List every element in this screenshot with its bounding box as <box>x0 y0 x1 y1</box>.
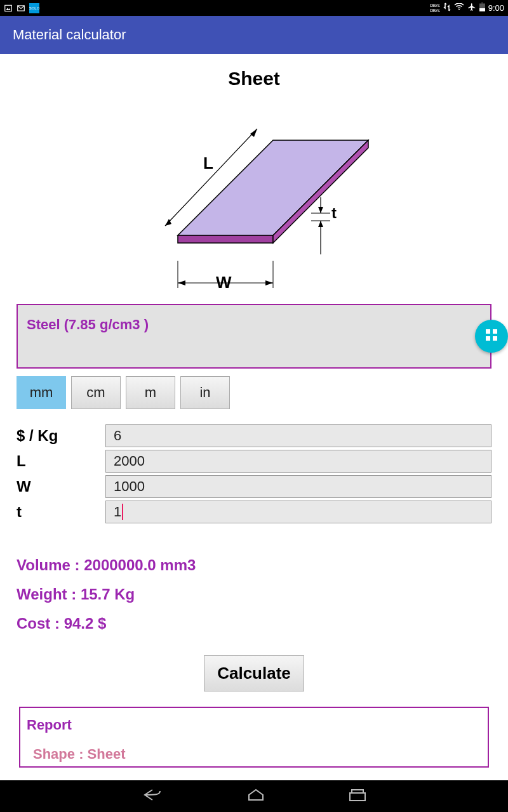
app-badge-icon: SOLO <box>29 3 39 13</box>
svg-rect-27 <box>486 329 490 334</box>
svg-rect-5 <box>481 3 483 4</box>
network-icon <box>443 3 451 13</box>
svg-marker-1 <box>6 8 11 10</box>
svg-text:L: L <box>203 154 213 173</box>
report-title: Report <box>27 717 481 733</box>
price-label: $ / Kg <box>17 427 105 445</box>
report-panel: Report Shape : Sheet <box>19 707 489 768</box>
back-icon[interactable] <box>141 787 164 805</box>
home-icon[interactable] <box>246 787 265 805</box>
svg-rect-30 <box>493 336 497 341</box>
mail-icon <box>17 4 25 13</box>
width-input[interactable] <box>105 475 491 498</box>
length-input[interactable] <box>105 450 491 473</box>
thickness-input[interactable]: 1 <box>105 501 491 523</box>
image-icon <box>4 4 13 13</box>
weight-result: Weight : 15.7 Kg <box>17 586 491 603</box>
app-bar: Material calculator <box>0 16 508 54</box>
shape-title: Sheet <box>17 68 491 89</box>
unit-in-button[interactable]: in <box>180 376 230 409</box>
status-bar: SOLO 0B/s 0B/s 9:00 <box>0 0 508 16</box>
svg-rect-0 <box>5 5 12 11</box>
material-selector[interactable]: Steel (7.85 g/cm3 ) <box>17 304 491 369</box>
unit-selector: mm cm m in <box>17 376 491 409</box>
price-input[interactable] <box>105 424 491 447</box>
svg-marker-12 <box>250 129 257 137</box>
svg-marker-18 <box>265 280 273 285</box>
unit-m-button[interactable]: m <box>126 376 175 409</box>
svg-marker-25 <box>318 221 323 227</box>
unit-mm-button[interactable]: mm <box>17 376 66 409</box>
recents-icon[interactable] <box>348 788 367 804</box>
navigation-bar <box>0 780 508 812</box>
grid-fab-button[interactable] <box>475 320 508 353</box>
svg-point-3 <box>458 9 460 10</box>
calculate-button[interactable]: Calculate <box>204 655 304 691</box>
svg-marker-17 <box>178 280 185 285</box>
svg-rect-29 <box>486 336 490 341</box>
thickness-label: t <box>17 503 105 521</box>
volume-result: Volume : 2000000.0 mm3 <box>17 556 491 574</box>
app-title: Material calculator <box>13 27 126 43</box>
unit-cm-button[interactable]: cm <box>71 376 121 409</box>
report-shape-line: Shape : Sheet <box>33 746 481 763</box>
length-label: L <box>17 452 105 470</box>
svg-text:t: t <box>331 204 337 221</box>
cost-result: Cost : 94.2 $ <box>17 615 491 632</box>
battery-icon <box>479 3 485 13</box>
svg-marker-23 <box>318 207 323 213</box>
svg-rect-6 <box>479 8 485 11</box>
svg-text:W: W <box>216 273 232 292</box>
data-rate: 0B/s 0B/s <box>430 3 440 13</box>
material-text: Steel (7.85 g/cm3 ) <box>27 317 149 332</box>
svg-marker-8 <box>178 235 273 243</box>
grid-icon <box>485 328 498 344</box>
svg-rect-32 <box>352 790 363 793</box>
wifi-icon <box>454 3 464 13</box>
shape-diagram: L W t <box>17 102 491 292</box>
airplane-icon <box>467 3 476 13</box>
svg-rect-28 <box>493 329 497 334</box>
width-label: W <box>17 478 105 495</box>
clock-text: 9:00 <box>488 3 504 13</box>
results-block: Volume : 2000000.0 mm3 Weight : 15.7 Kg … <box>17 556 491 632</box>
svg-rect-31 <box>350 793 365 801</box>
